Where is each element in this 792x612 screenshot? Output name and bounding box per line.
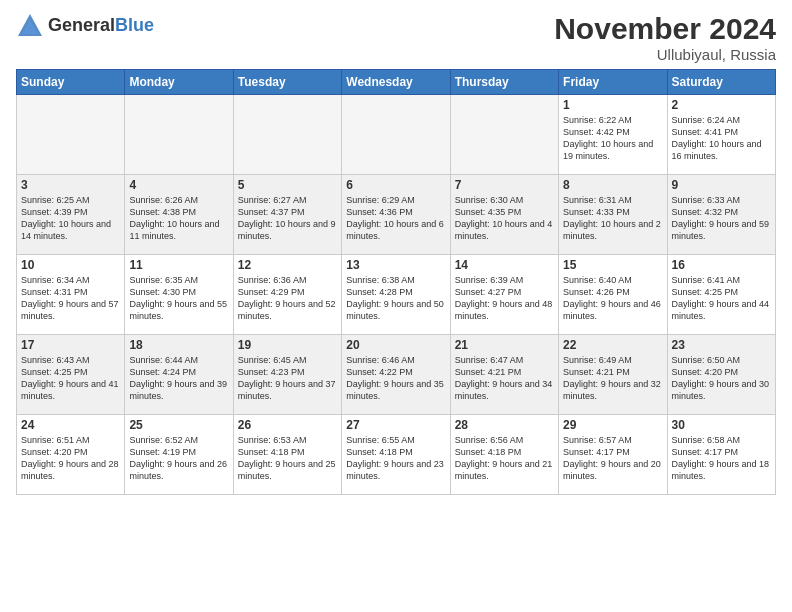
day-info: Sunrise: 6:36 AM Sunset: 4:29 PM Dayligh… [238, 274, 337, 323]
calendar-cell: 10Sunrise: 6:34 AM Sunset: 4:31 PM Dayli… [17, 255, 125, 335]
day-number: 22 [563, 338, 662, 352]
day-info: Sunrise: 6:52 AM Sunset: 4:19 PM Dayligh… [129, 434, 228, 483]
day-info: Sunrise: 6:34 AM Sunset: 4:31 PM Dayligh… [21, 274, 120, 323]
calendar-cell: 13Sunrise: 6:38 AM Sunset: 4:28 PM Dayli… [342, 255, 450, 335]
calendar-cell: 30Sunrise: 6:58 AM Sunset: 4:17 PM Dayli… [667, 415, 775, 495]
day-number: 26 [238, 418, 337, 432]
calendar-cell: 1Sunrise: 6:22 AM Sunset: 4:42 PM Daylig… [559, 95, 667, 175]
calendar-header-row: Sunday Monday Tuesday Wednesday Thursday… [17, 70, 776, 95]
day-number: 24 [21, 418, 120, 432]
calendar-cell: 23Sunrise: 6:50 AM Sunset: 4:20 PM Dayli… [667, 335, 775, 415]
day-number: 23 [672, 338, 771, 352]
day-number: 12 [238, 258, 337, 272]
logo: GeneralBlue [16, 12, 154, 40]
calendar-cell: 24Sunrise: 6:51 AM Sunset: 4:20 PM Dayli… [17, 415, 125, 495]
day-number: 3 [21, 178, 120, 192]
header: GeneralBlue November 2024 Ullubiyaul, Ru… [16, 12, 776, 63]
calendar-cell: 27Sunrise: 6:55 AM Sunset: 4:18 PM Dayli… [342, 415, 450, 495]
calendar-cell: 11Sunrise: 6:35 AM Sunset: 4:30 PM Dayli… [125, 255, 233, 335]
calendar-cell: 22Sunrise: 6:49 AM Sunset: 4:21 PM Dayli… [559, 335, 667, 415]
day-number: 16 [672, 258, 771, 272]
day-info: Sunrise: 6:45 AM Sunset: 4:23 PM Dayligh… [238, 354, 337, 403]
day-info: Sunrise: 6:49 AM Sunset: 4:21 PM Dayligh… [563, 354, 662, 403]
calendar-table: Sunday Monday Tuesday Wednesday Thursday… [16, 69, 776, 495]
day-info: Sunrise: 6:43 AM Sunset: 4:25 PM Dayligh… [21, 354, 120, 403]
calendar-cell: 3Sunrise: 6:25 AM Sunset: 4:39 PM Daylig… [17, 175, 125, 255]
calendar-cell: 7Sunrise: 6:30 AM Sunset: 4:35 PM Daylig… [450, 175, 558, 255]
calendar-cell: 17Sunrise: 6:43 AM Sunset: 4:25 PM Dayli… [17, 335, 125, 415]
day-info: Sunrise: 6:24 AM Sunset: 4:41 PM Dayligh… [672, 114, 771, 163]
calendar-cell: 12Sunrise: 6:36 AM Sunset: 4:29 PM Dayli… [233, 255, 341, 335]
day-number: 7 [455, 178, 554, 192]
calendar-cell: 20Sunrise: 6:46 AM Sunset: 4:22 PM Dayli… [342, 335, 450, 415]
day-info: Sunrise: 6:30 AM Sunset: 4:35 PM Dayligh… [455, 194, 554, 243]
location-title: Ullubiyaul, Russia [554, 46, 776, 63]
calendar-cell: 19Sunrise: 6:45 AM Sunset: 4:23 PM Dayli… [233, 335, 341, 415]
calendar-week-row: 17Sunrise: 6:43 AM Sunset: 4:25 PM Dayli… [17, 335, 776, 415]
calendar-cell: 14Sunrise: 6:39 AM Sunset: 4:27 PM Dayli… [450, 255, 558, 335]
col-saturday: Saturday [667, 70, 775, 95]
col-friday: Friday [559, 70, 667, 95]
calendar-cell [17, 95, 125, 175]
logo-general: GeneralBlue [48, 16, 154, 36]
day-number: 21 [455, 338, 554, 352]
day-number: 10 [21, 258, 120, 272]
day-number: 5 [238, 178, 337, 192]
day-number: 25 [129, 418, 228, 432]
calendar-cell: 26Sunrise: 6:53 AM Sunset: 4:18 PM Dayli… [233, 415, 341, 495]
calendar-cell: 6Sunrise: 6:29 AM Sunset: 4:36 PM Daylig… [342, 175, 450, 255]
day-info: Sunrise: 6:53 AM Sunset: 4:18 PM Dayligh… [238, 434, 337, 483]
col-wednesday: Wednesday [342, 70, 450, 95]
calendar-week-row: 1Sunrise: 6:22 AM Sunset: 4:42 PM Daylig… [17, 95, 776, 175]
col-thursday: Thursday [450, 70, 558, 95]
day-number: 4 [129, 178, 228, 192]
day-info: Sunrise: 6:56 AM Sunset: 4:18 PM Dayligh… [455, 434, 554, 483]
day-number: 30 [672, 418, 771, 432]
calendar-cell: 28Sunrise: 6:56 AM Sunset: 4:18 PM Dayli… [450, 415, 558, 495]
calendar-cell: 16Sunrise: 6:41 AM Sunset: 4:25 PM Dayli… [667, 255, 775, 335]
day-info: Sunrise: 6:33 AM Sunset: 4:32 PM Dayligh… [672, 194, 771, 243]
col-sunday: Sunday [17, 70, 125, 95]
page-container: GeneralBlue November 2024 Ullubiyaul, Ru… [0, 0, 792, 503]
day-number: 28 [455, 418, 554, 432]
day-number: 27 [346, 418, 445, 432]
day-info: Sunrise: 6:22 AM Sunset: 4:42 PM Dayligh… [563, 114, 662, 163]
day-info: Sunrise: 6:41 AM Sunset: 4:25 PM Dayligh… [672, 274, 771, 323]
day-info: Sunrise: 6:46 AM Sunset: 4:22 PM Dayligh… [346, 354, 445, 403]
day-number: 20 [346, 338, 445, 352]
day-info: Sunrise: 6:31 AM Sunset: 4:33 PM Dayligh… [563, 194, 662, 243]
day-number: 17 [21, 338, 120, 352]
calendar-week-row: 3Sunrise: 6:25 AM Sunset: 4:39 PM Daylig… [17, 175, 776, 255]
calendar-cell: 25Sunrise: 6:52 AM Sunset: 4:19 PM Dayli… [125, 415, 233, 495]
day-number: 1 [563, 98, 662, 112]
day-info: Sunrise: 6:25 AM Sunset: 4:39 PM Dayligh… [21, 194, 120, 243]
calendar-cell [450, 95, 558, 175]
day-number: 11 [129, 258, 228, 272]
day-number: 13 [346, 258, 445, 272]
day-number: 15 [563, 258, 662, 272]
day-number: 6 [346, 178, 445, 192]
day-number: 19 [238, 338, 337, 352]
day-info: Sunrise: 6:38 AM Sunset: 4:28 PM Dayligh… [346, 274, 445, 323]
calendar-cell [342, 95, 450, 175]
day-info: Sunrise: 6:29 AM Sunset: 4:36 PM Dayligh… [346, 194, 445, 243]
day-info: Sunrise: 6:44 AM Sunset: 4:24 PM Dayligh… [129, 354, 228, 403]
calendar-cell [233, 95, 341, 175]
day-info: Sunrise: 6:57 AM Sunset: 4:17 PM Dayligh… [563, 434, 662, 483]
calendar-body: 1Sunrise: 6:22 AM Sunset: 4:42 PM Daylig… [17, 95, 776, 495]
day-info: Sunrise: 6:55 AM Sunset: 4:18 PM Dayligh… [346, 434, 445, 483]
col-tuesday: Tuesday [233, 70, 341, 95]
day-info: Sunrise: 6:58 AM Sunset: 4:17 PM Dayligh… [672, 434, 771, 483]
day-info: Sunrise: 6:40 AM Sunset: 4:26 PM Dayligh… [563, 274, 662, 323]
calendar-cell: 4Sunrise: 6:26 AM Sunset: 4:38 PM Daylig… [125, 175, 233, 255]
calendar-cell [125, 95, 233, 175]
calendar-cell: 2Sunrise: 6:24 AM Sunset: 4:41 PM Daylig… [667, 95, 775, 175]
calendar-week-row: 24Sunrise: 6:51 AM Sunset: 4:20 PM Dayli… [17, 415, 776, 495]
calendar-cell: 8Sunrise: 6:31 AM Sunset: 4:33 PM Daylig… [559, 175, 667, 255]
title-block: November 2024 Ullubiyaul, Russia [554, 12, 776, 63]
calendar-cell: 5Sunrise: 6:27 AM Sunset: 4:37 PM Daylig… [233, 175, 341, 255]
calendar-cell: 18Sunrise: 6:44 AM Sunset: 4:24 PM Dayli… [125, 335, 233, 415]
day-number: 2 [672, 98, 771, 112]
day-info: Sunrise: 6:26 AM Sunset: 4:38 PM Dayligh… [129, 194, 228, 243]
calendar-cell: 21Sunrise: 6:47 AM Sunset: 4:21 PM Dayli… [450, 335, 558, 415]
